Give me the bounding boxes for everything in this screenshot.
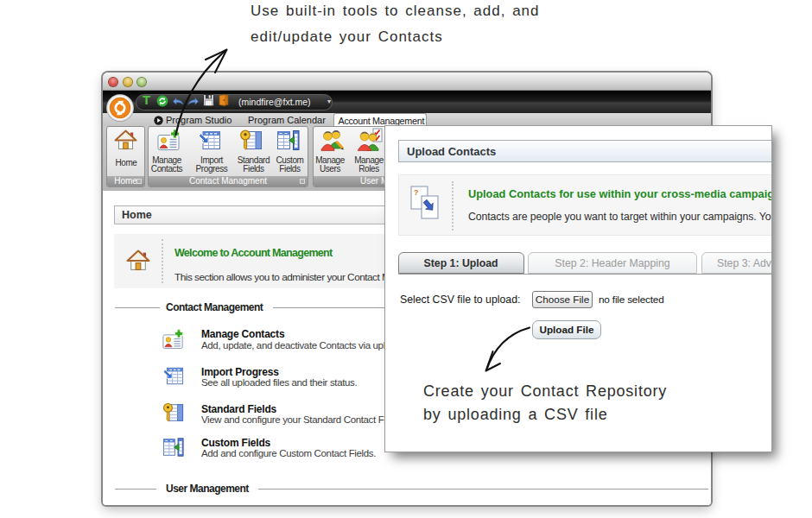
svg-text:?: ? (414, 188, 419, 197)
